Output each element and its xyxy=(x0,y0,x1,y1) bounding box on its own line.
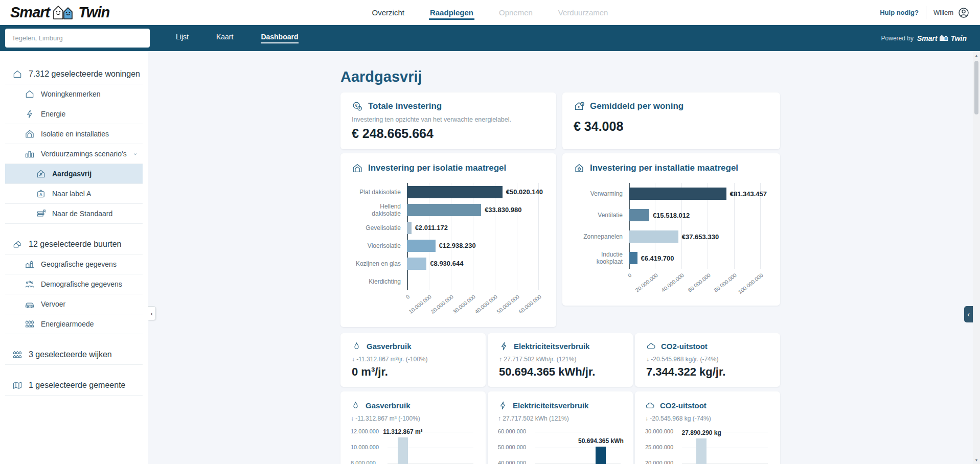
bar xyxy=(407,240,436,252)
tab-dashboard[interactable]: Dashboard xyxy=(247,25,312,51)
sidebar-item-selected-wijken[interactable]: 3 geselecteerde wijken xyxy=(5,345,143,365)
bar xyxy=(629,230,678,243)
value-label: €2.011.172 xyxy=(415,224,448,231)
chart-row: Gevelisolatie€2.011.172 xyxy=(352,219,545,237)
scroll-down-arrow[interactable]: ▼ xyxy=(973,456,980,464)
chart-title: Investering per installatie maatregel xyxy=(590,163,738,173)
stat-value: 50.694.365 kWh/jr. xyxy=(499,365,622,379)
bar xyxy=(696,438,706,464)
stat-title: CO2-uitstoot xyxy=(661,342,708,351)
search-input[interactable] xyxy=(5,29,150,48)
isolatie-bar-chart: Plat dakisolatie€50.020.140Hellend dakis… xyxy=(352,183,545,318)
sidebar-item-energiearmoede[interactable]: Energiearmoede xyxy=(5,314,143,334)
flame-icon xyxy=(351,401,360,410)
bar-track: €12.938.230 xyxy=(407,237,543,254)
stat-title: Gasverbruik xyxy=(367,342,412,351)
stat-delta: ↓ -20.545.968 kg/jr. (-74%) xyxy=(646,356,769,363)
user-name: Willem xyxy=(933,9,953,16)
expand-right-panel-handle[interactable]: ‹ xyxy=(964,306,973,322)
chart-title: Investering per isolatie maatregel xyxy=(368,163,506,173)
app-logo[interactable]: Smart Twin xyxy=(10,4,109,21)
sidebar-item-isolatie-installaties[interactable]: Isolatie en installaties xyxy=(5,124,143,144)
district-icon xyxy=(12,350,22,360)
sidebar-item-energie[interactable]: Energie xyxy=(5,104,143,124)
help-link[interactable]: Hulp nodig? xyxy=(880,9,919,16)
bar-track: €50.020.140 xyxy=(407,183,543,201)
nav-item-verduurzamen[interactable]: Verduurzamen xyxy=(557,5,609,20)
category-label: Zonnepanelen xyxy=(574,233,629,240)
house-icon xyxy=(12,69,22,79)
bar-track xyxy=(407,272,543,290)
category-label: Gevelisolatie xyxy=(352,224,407,231)
sidebar-item-selected-woningen[interactable]: 7.312 geselecteerde woningen xyxy=(5,64,143,84)
average-per-home-card: €€ Gemiddeld per woning € 34.008 xyxy=(562,92,780,149)
category-label: Kozijnen en glas xyxy=(352,260,407,267)
lightning-icon xyxy=(25,109,35,119)
neighbourhood-icon xyxy=(12,239,22,249)
crowd-icon xyxy=(25,319,35,329)
sidebar-item-aardgasvrij[interactable]: Aardgasvrij xyxy=(5,164,143,184)
value-label: €33.830.980 xyxy=(485,206,521,214)
y-tick-label: 20.000.000 xyxy=(645,460,673,464)
scroll-up-arrow[interactable]: ▲ xyxy=(973,51,980,59)
user-menu[interactable]: Willem xyxy=(933,7,970,19)
svg-text:€: € xyxy=(582,102,583,105)
view-tabs: Lijst Kaart Dashboard xyxy=(162,25,312,51)
people-icon xyxy=(25,279,35,289)
sidebar-item-geografische-gegevens[interactable]: Geografische gegevens xyxy=(5,254,143,274)
chart-row: Kozijnen en glas€8.930.644 xyxy=(352,254,545,272)
gridline xyxy=(535,432,621,432)
bar xyxy=(398,437,408,464)
gas-usage-column-chart: 12.000.00010.000.0008.000.00011.312.867 … xyxy=(351,429,475,464)
y-tick-label: 25.000.000 xyxy=(645,444,673,450)
nav-item-opnemen[interactable]: Opnemen xyxy=(498,5,534,20)
value-label: 50.694.365 kWh xyxy=(578,437,624,445)
y-tick-label: 40.000.000 xyxy=(498,460,526,464)
sidebar-item-selected-gemeente[interactable]: 1 geselecteerde gemeente xyxy=(5,376,143,396)
logo-smart-text: Smart xyxy=(10,4,50,21)
twin-houses-mini-icon xyxy=(939,34,950,42)
nav-item-overzicht[interactable]: Overzicht xyxy=(371,5,405,20)
chart-row: Hellend dakisolatie€33.830.980 xyxy=(352,201,545,219)
sidebar-item-naar-label-a[interactable]: A Naar label A xyxy=(5,184,143,204)
powered-by: Powered by Smart Twin xyxy=(881,34,967,42)
scrollbar-thumb[interactable] xyxy=(974,61,978,114)
category-label: Vloerisolatie xyxy=(352,242,407,249)
sidebar-item-naar-de-standaard[interactable]: Naar de Standaard xyxy=(5,204,143,224)
collapse-sidebar-handle[interactable]: ‹ xyxy=(148,306,156,320)
co2-chart-card: CO2-uitstoot ↓ -20.545.968 kg (-74%) 30.… xyxy=(635,391,780,464)
main-area: Aardgasvrij €€ Totale investering Invest… xyxy=(148,51,980,464)
standard-books-icon xyxy=(36,208,46,219)
chevron-down-icon xyxy=(133,150,138,158)
category-label: Verwarming xyxy=(574,190,629,197)
cloud-icon xyxy=(646,341,656,351)
sidebar-item-woningkenmerken[interactable]: Woningkenmerken xyxy=(5,84,143,104)
sidebar-item-demografische-gegevens[interactable]: Demografische gegevens xyxy=(5,274,143,294)
sidebar-item-verduurzamings-scenarios[interactable]: Verduurzamings scenario's xyxy=(5,144,143,164)
total-investment-value: € 248.665.664 xyxy=(352,126,545,141)
bar xyxy=(596,447,606,464)
installatie-chart-card: Investering per installatie maatregel Ve… xyxy=(562,153,780,306)
chart-row: Vloerisolatie€12.938.230 xyxy=(352,237,545,254)
bar-track: €37.653.330 xyxy=(629,226,767,247)
twin-houses-logo-icon xyxy=(51,4,77,21)
chart-title: Elektriciteitsverbruik xyxy=(513,401,588,410)
cloud-icon xyxy=(645,401,655,410)
car-icon xyxy=(25,299,35,309)
search-box xyxy=(5,29,150,48)
divider xyxy=(926,6,926,19)
top-navigation: Smart Twin Overzicht Raadplegen Opnemen … xyxy=(0,0,980,25)
stat-value: 7.344.322 kg/jr. xyxy=(646,365,769,379)
chart-row: Ventilatie€15.518.012 xyxy=(574,204,769,226)
buildings-icon xyxy=(25,259,35,269)
municipality-map-icon xyxy=(12,380,22,390)
tab-kaart[interactable]: Kaart xyxy=(202,25,247,51)
tab-lijst[interactable]: Lijst xyxy=(162,25,202,51)
category-label: Kierdichting xyxy=(352,278,407,285)
nav-item-raadplegen[interactable]: Raadplegen xyxy=(429,5,474,20)
vertical-scrollbar[interactable]: ▲ ▼ xyxy=(973,51,980,464)
sidebar-item-vervoer[interactable]: Vervoer xyxy=(5,294,143,314)
sidebar-item-selected-buurten[interactable]: 12 geselecteerde buurten xyxy=(5,235,143,254)
svg-text:A: A xyxy=(39,192,42,197)
svg-text:€: € xyxy=(578,105,580,109)
